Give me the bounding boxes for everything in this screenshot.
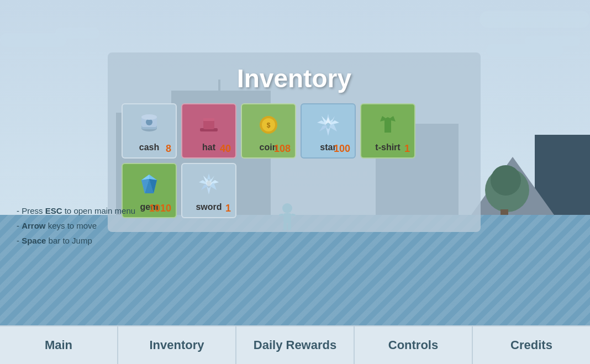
star-icon xyxy=(313,110,344,140)
sword-label: sword xyxy=(196,202,222,212)
item-star[interactable]: star 100 xyxy=(301,103,356,159)
hat-count: 40 xyxy=(220,143,231,155)
instruction-line3: - Space bar to Jump xyxy=(17,233,135,248)
nav-credits[interactable]: Credits xyxy=(473,326,590,364)
instruction-line1: - Press ESC to open main menu xyxy=(17,203,135,218)
nav-main[interactable]: Main xyxy=(0,326,118,364)
sword-count: 1 xyxy=(225,203,231,214)
nav-inventory[interactable]: Inventory xyxy=(118,326,236,364)
item-tshirt[interactable]: t-shirt 1 xyxy=(360,103,415,159)
item-hat[interactable]: hat 40 xyxy=(181,103,236,159)
cash-count: 8 xyxy=(166,143,171,155)
svg-point-66 xyxy=(141,114,157,120)
svg-rect-69 xyxy=(203,118,214,121)
coin-icon: $ xyxy=(254,110,284,140)
coin-count: 108 xyxy=(274,143,291,155)
svg-marker-76 xyxy=(329,124,337,131)
inventory-panel: Inventory cash 8 xyxy=(108,52,481,232)
hat-icon xyxy=(194,110,224,140)
svg-marker-77 xyxy=(326,127,330,136)
svg-marker-78 xyxy=(319,125,327,131)
tshirt-icon xyxy=(373,110,403,140)
nav-controls[interactable]: Controls xyxy=(355,326,473,364)
inventory-title: Inventory xyxy=(122,64,467,93)
gem-icon xyxy=(134,170,165,200)
tshirt-label: t-shirt xyxy=(375,143,400,152)
item-cash[interactable]: cash 8 xyxy=(122,103,177,159)
cash-icon xyxy=(134,110,165,140)
cloud-3 xyxy=(486,44,563,56)
item-sword[interactable]: sword 1 xyxy=(181,163,236,218)
gem-count: 1010 xyxy=(149,203,171,214)
nav-daily-rewards[interactable]: Daily Rewards xyxy=(236,326,355,364)
hat-label: hat xyxy=(202,143,215,152)
svg-marker-82 xyxy=(380,116,396,133)
sword-icon xyxy=(194,170,224,200)
tshirt-count: 1 xyxy=(404,143,410,155)
svg-point-97 xyxy=(206,181,212,186)
star-count: 100 xyxy=(334,143,350,155)
bottom-navigation: Main Inventory Daily Rewards Controls Cr… xyxy=(0,325,590,364)
svg-text:$: $ xyxy=(267,122,271,129)
space-key: Space xyxy=(22,236,46,245)
item-coin[interactable]: $ coin 108 xyxy=(241,103,296,159)
cloud-5 xyxy=(480,11,590,28)
instruction-line2: - Arrow keys to move xyxy=(17,218,135,233)
arrow-key: Arrow xyxy=(22,221,45,230)
inventory-grid: cash 8 hat 40 $ xyxy=(122,103,467,218)
cloud-4 xyxy=(525,36,580,46)
svg-marker-93 xyxy=(207,186,211,194)
instructions-panel: - Press ESC to open main menu - Arrow ke… xyxy=(17,203,135,248)
esc-key: ESC xyxy=(45,206,62,215)
cash-label: cash xyxy=(139,143,159,152)
cloud-2 xyxy=(55,28,99,39)
